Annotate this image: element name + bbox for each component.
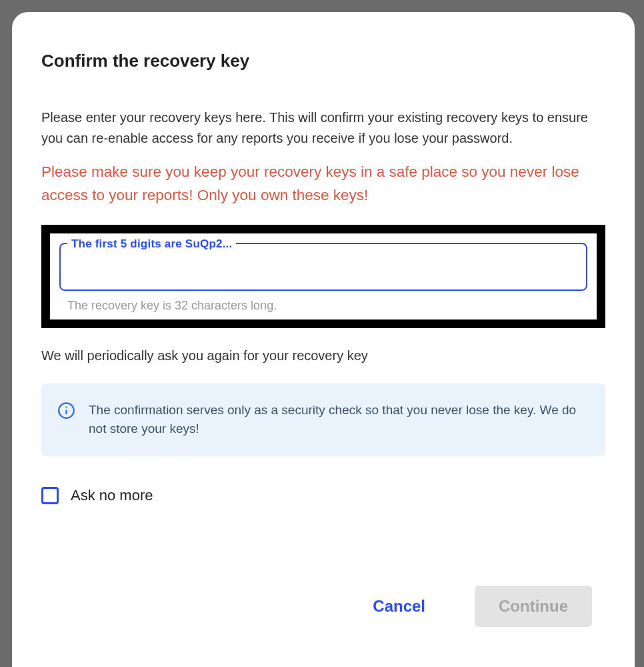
recovery-key-fieldset[interactable]: The first 5 digits are SuQp2... <box>59 243 587 291</box>
modal-description: Please enter your recovery keys here. Th… <box>41 107 605 149</box>
info-icon <box>57 402 75 420</box>
modal-warning: Please make sure you keep your recovery … <box>41 161 605 207</box>
ask-no-more-row[interactable]: Ask no more <box>41 487 605 504</box>
svg-point-2 <box>65 406 67 408</box>
continue-button[interactable]: Continue <box>475 586 592 627</box>
modal-actions: Cancel Continue <box>41 586 605 640</box>
periodic-note: We will periodically ask you again for y… <box>41 348 605 364</box>
ask-no-more-checkbox[interactable] <box>41 487 59 504</box>
info-box: The confirmation serves only as a securi… <box>41 384 605 456</box>
recovery-key-helper: The recovery key is 32 characters long. <box>67 299 587 313</box>
recovery-key-input-frame: The first 5 digits are SuQp2... The reco… <box>41 225 605 328</box>
recovery-key-modal: Confirm the recovery key Please enter yo… <box>12 12 635 667</box>
ask-no-more-label: Ask no more <box>71 487 153 504</box>
cancel-button[interactable]: Cancel <box>367 589 431 624</box>
recovery-key-input[interactable] <box>67 257 579 276</box>
info-text: The confirmation serves only as a securi… <box>89 401 587 439</box>
recovery-key-legend: The first 5 digits are SuQp2... <box>67 237 236 251</box>
modal-title: Confirm the recovery key <box>41 51 605 71</box>
